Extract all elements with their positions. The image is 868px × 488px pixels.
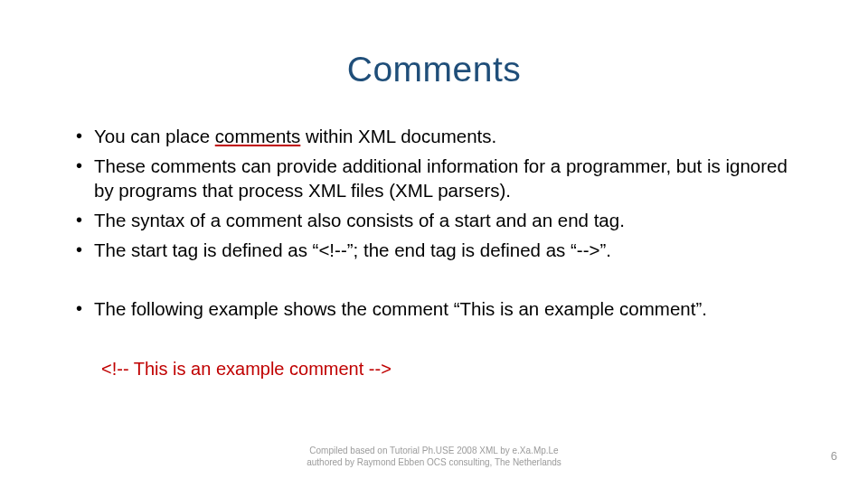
bullet-item: The following example shows the comment … — [72, 296, 805, 321]
bullet-text-pre: You can place — [94, 126, 215, 146]
xml-comment-example: <!-- This is an example comment --> — [101, 359, 805, 380]
bullet-item: You can place comments within XML docume… — [72, 124, 805, 148]
bullet-item: The syntax of a comment also consists of… — [72, 208, 805, 232]
bullet-item: The start tag is defined as “<!--”; the … — [72, 238, 805, 262]
bullet-list-2: The following example shows the comment … — [63, 296, 805, 321]
footer-line-2: authored by Raymond Ebben OCS consulting… — [0, 456, 868, 468]
spacing — [63, 267, 805, 296]
slide-title: Comments — [63, 50, 805, 89]
slide-container: Comments You can place comments within X… — [0, 0, 868, 488]
bullet-item: These comments can provide additional in… — [72, 154, 805, 202]
bullet-text-post: within XML documents. — [300, 126, 496, 146]
page-number: 6 — [831, 449, 837, 463]
underlined-word: comments — [215, 126, 301, 146]
footer-line-1: Compiled based on Tutorial Ph.USE 2008 X… — [0, 445, 868, 456]
footer-credit: Compiled based on Tutorial Ph.USE 2008 X… — [0, 445, 868, 468]
bullet-list: You can place comments within XML docume… — [63, 124, 805, 262]
